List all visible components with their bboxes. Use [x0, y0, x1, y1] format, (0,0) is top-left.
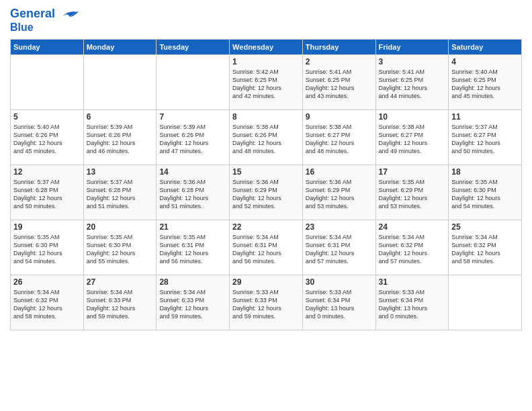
day-cell: 28Sunrise: 5:34 AM Sunset: 6:33 PM Dayli…	[157, 275, 230, 330]
day-info: Sunrise: 5:33 AM Sunset: 6:33 PM Dayligh…	[232, 288, 300, 321]
day-number: 15	[232, 167, 300, 177]
day-header-tuesday: Tuesday	[157, 39, 230, 54]
day-info: Sunrise: 5:36 AM Sunset: 6:28 PM Dayligh…	[159, 178, 226, 211]
day-header-saturday: Saturday	[449, 39, 522, 54]
day-number: 20	[87, 222, 154, 232]
day-cell: 14Sunrise: 5:36 AM Sunset: 6:28 PM Dayli…	[157, 165, 230, 220]
day-info: Sunrise: 5:41 AM Sunset: 6:25 PM Dayligh…	[379, 68, 446, 101]
day-number: 12	[13, 167, 81, 177]
day-cell: 19Sunrise: 5:35 AM Sunset: 6:30 PM Dayli…	[11, 220, 84, 275]
calendar-body: 1Sunrise: 5:42 AM Sunset: 6:25 PM Daylig…	[11, 54, 522, 330]
day-number: 21	[159, 222, 226, 232]
day-cell: 25Sunrise: 5:34 AM Sunset: 6:32 PM Dayli…	[449, 220, 522, 275]
day-number: 8	[232, 112, 300, 122]
day-header-wednesday: Wednesday	[230, 39, 303, 54]
page: General Blue SundayMondayTuesdayWednesda…	[0, 0, 532, 337]
logo-general: General	[10, 7, 55, 20]
day-info: Sunrise: 5:35 AM Sunset: 6:30 PM Dayligh…	[13, 233, 81, 266]
day-number: 2	[306, 57, 373, 66]
day-cell: 11Sunrise: 5:37 AM Sunset: 6:27 PM Dayli…	[449, 109, 522, 165]
day-cell	[449, 275, 522, 330]
day-info: Sunrise: 5:34 AM Sunset: 6:32 PM Dayligh…	[13, 288, 81, 321]
day-info: Sunrise: 5:37 AM Sunset: 6:28 PM Dayligh…	[13, 178, 81, 211]
day-info: Sunrise: 5:39 AM Sunset: 6:26 PM Dayligh…	[87, 123, 154, 156]
day-number: 23	[306, 222, 373, 232]
week-row-5: 26Sunrise: 5:34 AM Sunset: 6:32 PM Dayli…	[11, 275, 522, 330]
day-info: Sunrise: 5:39 AM Sunset: 6:26 PM Dayligh…	[159, 123, 226, 156]
day-cell: 17Sunrise: 5:35 AM Sunset: 6:29 PM Dayli…	[375, 165, 449, 220]
logo: General Blue	[10, 7, 80, 34]
day-number: 16	[306, 167, 373, 177]
day-info: Sunrise: 5:34 AM Sunset: 6:32 PM Dayligh…	[451, 233, 519, 266]
day-number: 7	[159, 112, 226, 122]
calendar-header: SundayMondayTuesdayWednesdayThursdayFrid…	[11, 39, 522, 54]
week-row-3: 12Sunrise: 5:37 AM Sunset: 6:28 PM Dayli…	[11, 165, 522, 220]
day-number: 1	[232, 57, 300, 66]
day-number: 25	[451, 222, 519, 232]
week-row-2: 5Sunrise: 5:40 AM Sunset: 6:26 PM Daylig…	[11, 109, 522, 165]
day-cell: 10Sunrise: 5:38 AM Sunset: 6:27 PM Dayli…	[375, 109, 449, 165]
day-number: 28	[159, 277, 226, 287]
day-info: Sunrise: 5:33 AM Sunset: 6:34 PM Dayligh…	[306, 288, 373, 321]
day-number: 30	[306, 277, 373, 287]
logo-text: General	[10, 7, 80, 21]
day-header-friday: Friday	[375, 39, 449, 54]
header: General Blue	[10, 7, 522, 34]
day-number: 10	[379, 112, 446, 122]
day-info: Sunrise: 5:41 AM Sunset: 6:25 PM Dayligh…	[306, 68, 373, 101]
day-info: Sunrise: 5:33 AM Sunset: 6:34 PM Dayligh…	[379, 288, 446, 321]
day-cell	[83, 54, 157, 109]
day-cell	[11, 54, 84, 109]
day-cell: 27Sunrise: 5:34 AM Sunset: 6:33 PM Dayli…	[83, 275, 157, 330]
day-info: Sunrise: 5:37 AM Sunset: 6:28 PM Dayligh…	[87, 178, 154, 211]
day-cell: 8Sunrise: 5:38 AM Sunset: 6:26 PM Daylig…	[230, 109, 303, 165]
day-cell: 24Sunrise: 5:34 AM Sunset: 6:32 PM Dayli…	[375, 220, 449, 275]
day-cell: 5Sunrise: 5:40 AM Sunset: 6:26 PM Daylig…	[11, 109, 84, 165]
day-cell: 3Sunrise: 5:41 AM Sunset: 6:25 PM Daylig…	[375, 54, 449, 109]
logo-bird-icon	[60, 7, 80, 21]
day-cell: 4Sunrise: 5:40 AM Sunset: 6:25 PM Daylig…	[449, 54, 522, 109]
week-row-1: 1Sunrise: 5:42 AM Sunset: 6:25 PM Daylig…	[11, 54, 522, 109]
day-info: Sunrise: 5:34 AM Sunset: 6:32 PM Dayligh…	[379, 233, 446, 266]
day-number: 19	[13, 222, 81, 232]
day-number: 17	[379, 167, 446, 177]
day-cell: 16Sunrise: 5:36 AM Sunset: 6:29 PM Dayli…	[302, 165, 375, 220]
day-number: 5	[13, 112, 81, 122]
day-cell: 12Sunrise: 5:37 AM Sunset: 6:28 PM Dayli…	[11, 165, 84, 220]
day-number: 3	[379, 57, 446, 66]
day-cell: 18Sunrise: 5:35 AM Sunset: 6:30 PM Dayli…	[449, 165, 522, 220]
day-number: 22	[232, 222, 300, 232]
day-header-sunday: Sunday	[11, 39, 84, 54]
day-number: 4	[451, 57, 519, 66]
day-cell: 29Sunrise: 5:33 AM Sunset: 6:33 PM Dayli…	[230, 275, 303, 330]
day-number: 11	[451, 112, 519, 122]
day-cell: 30Sunrise: 5:33 AM Sunset: 6:34 PM Dayli…	[302, 275, 375, 330]
logo-blue: Blue	[10, 21, 80, 34]
day-info: Sunrise: 5:40 AM Sunset: 6:25 PM Dayligh…	[451, 68, 519, 101]
day-info: Sunrise: 5:34 AM Sunset: 6:33 PM Dayligh…	[159, 288, 226, 321]
day-number: 14	[159, 167, 226, 177]
day-cell: 9Sunrise: 5:38 AM Sunset: 6:27 PM Daylig…	[302, 109, 375, 165]
day-info: Sunrise: 5:40 AM Sunset: 6:26 PM Dayligh…	[13, 123, 81, 156]
day-number: 24	[379, 222, 446, 232]
calendar: SundayMondayTuesdayWednesdayThursdayFrid…	[10, 39, 522, 330]
day-cell: 15Sunrise: 5:36 AM Sunset: 6:29 PM Dayli…	[230, 165, 303, 220]
day-number: 6	[87, 112, 154, 122]
day-info: Sunrise: 5:34 AM Sunset: 6:31 PM Dayligh…	[306, 233, 373, 266]
day-number: 26	[13, 277, 81, 287]
day-cell: 13Sunrise: 5:37 AM Sunset: 6:28 PM Dayli…	[83, 165, 157, 220]
day-info: Sunrise: 5:35 AM Sunset: 6:30 PM Dayligh…	[87, 233, 154, 266]
day-cell: 31Sunrise: 5:33 AM Sunset: 6:34 PM Dayli…	[375, 275, 449, 330]
day-number: 9	[306, 112, 373, 122]
day-info: Sunrise: 5:34 AM Sunset: 6:31 PM Dayligh…	[232, 233, 300, 266]
day-info: Sunrise: 5:38 AM Sunset: 6:26 PM Dayligh…	[232, 123, 300, 156]
day-cell: 2Sunrise: 5:41 AM Sunset: 6:25 PM Daylig…	[302, 54, 375, 109]
day-info: Sunrise: 5:37 AM Sunset: 6:27 PM Dayligh…	[451, 123, 519, 156]
day-header-monday: Monday	[83, 39, 157, 54]
day-info: Sunrise: 5:38 AM Sunset: 6:27 PM Dayligh…	[306, 123, 373, 156]
day-cell: 6Sunrise: 5:39 AM Sunset: 6:26 PM Daylig…	[83, 109, 157, 165]
day-cell: 23Sunrise: 5:34 AM Sunset: 6:31 PM Dayli…	[302, 220, 375, 275]
day-cell: 22Sunrise: 5:34 AM Sunset: 6:31 PM Dayli…	[230, 220, 303, 275]
day-number: 29	[232, 277, 300, 287]
day-cell: 20Sunrise: 5:35 AM Sunset: 6:30 PM Dayli…	[83, 220, 157, 275]
